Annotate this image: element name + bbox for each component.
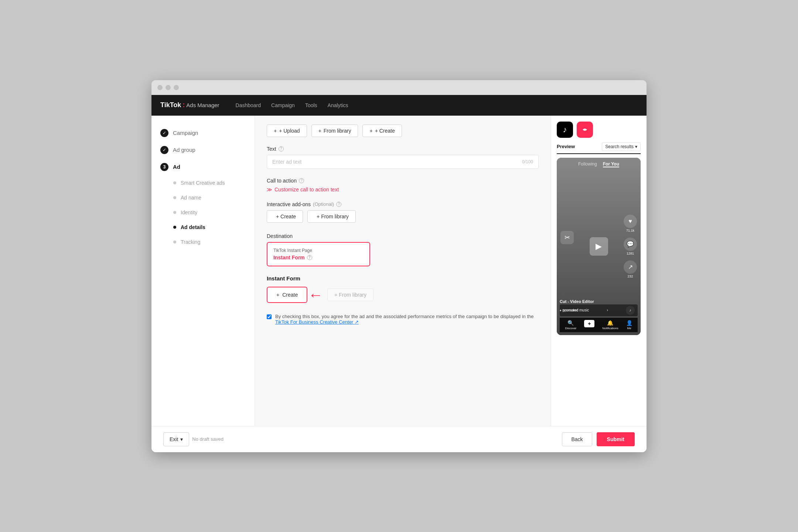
soundon-app-icon[interactable] <box>577 122 593 138</box>
exit-button[interactable]: Exit ▾ <box>163 432 189 446</box>
text-placeholder: Enter ad text <box>272 159 301 165</box>
destination-box-sub: Instant Form ? <box>273 255 364 260</box>
interactive-label: Interactive add-ons (Optional) ? <box>267 201 539 207</box>
plus-icon: + <box>584 320 594 327</box>
cta-section: Call to action ? ≫ Customize call to act… <box>267 178 539 192</box>
interactive-create-button[interactable]: + Create <box>267 210 303 223</box>
identity-dot <box>173 211 176 214</box>
customize-cta-link[interactable]: ≫ Customize call to action text <box>267 187 539 192</box>
phone-nav-discover: 🔍 Discover <box>565 320 576 330</box>
comment-count: 1281 <box>627 252 634 255</box>
music-disc-icon: ♪ <box>626 306 635 315</box>
notifications-label: Notifications <box>602 327 618 330</box>
sponsored-tag: ♦ Sponsored <box>560 308 579 312</box>
sidebar-item-identity[interactable]: Identity <box>151 205 255 220</box>
phone-bottom: ♦ Sponsored Cut - Video Editor promoted … <box>557 296 641 335</box>
logo-tiktok: TikTok <box>160 101 181 109</box>
upload-button[interactable]: + + Upload <box>267 125 307 137</box>
creative-center-link[interactable]: TikTok For Business Creative Center ↗ <box>275 319 359 325</box>
nav-dashboard[interactable]: Dashboard <box>236 102 261 108</box>
sidebar-item-ad[interactable]: 3 Ad <box>151 158 255 175</box>
instant-create-icon: + <box>276 292 279 298</box>
interactive-info-icon[interactable]: ? <box>336 202 341 207</box>
sidebar-label-identity: Identity <box>181 209 197 215</box>
from-library-icon-top: + <box>318 128 321 134</box>
me-icon: 👤 <box>626 320 632 326</box>
preview-tab-label[interactable]: Preview <box>557 144 575 149</box>
instant-create-label: Create <box>282 292 298 298</box>
back-button[interactable]: Back <box>562 432 592 446</box>
create-label-top: + Create <box>375 128 395 134</box>
nav-campaign[interactable]: Campaign <box>271 102 295 108</box>
agreement-checkbox[interactable] <box>267 314 272 319</box>
instant-form-info-icon[interactable]: ? <box>307 255 312 260</box>
titlebar-minimize <box>166 85 171 90</box>
sidebar-item-campaign[interactable]: ✓ Campaign <box>151 125 255 141</box>
navbar: TikTok : Ads Manager Dashboard Campaign … <box>151 95 647 116</box>
instant-library-label: + From library <box>334 292 366 298</box>
text-info-icon[interactable]: ? <box>279 146 284 151</box>
interactive-create-label: + Create <box>276 214 296 219</box>
titlebar-close <box>157 85 163 90</box>
sidebar-label-ad-name: Ad name <box>181 195 201 201</box>
sidebar-item-tracking[interactable]: Tracking <box>151 235 255 249</box>
cta-label: Call to action ? <box>267 178 539 184</box>
instant-form-title: Instant Form <box>267 275 539 282</box>
phone-play-icon: ▶ <box>590 237 608 256</box>
comment-icon: 💬 <box>624 238 637 251</box>
phone-tab-foryou[interactable]: For You <box>603 161 619 167</box>
instant-form-buttons-row: + Create ← + From library <box>267 287 539 303</box>
me-label: Me <box>627 327 631 330</box>
interactive-buttons-row: + Create + From library <box>267 210 539 223</box>
notifications-icon: 🔔 <box>607 320 613 326</box>
instant-form-library-button[interactable]: + From library <box>327 289 374 301</box>
titlebar-maximize <box>174 85 179 90</box>
sidebar-item-ad-details[interactable]: Ad details <box>151 220 255 235</box>
titlebar <box>151 80 647 95</box>
interactive-library-button[interactable]: + From library <box>307 210 356 223</box>
instant-form-label: Instant Form <box>273 255 305 260</box>
sidebar: ✓ Campaign ✓ Ad group 3 Ad Smart Creativ… <box>151 116 255 426</box>
search-results-dropdown[interactable]: Search results ▾ <box>602 142 641 151</box>
discover-icon: 🔍 <box>567 320 574 326</box>
sidebar-label-campaign: Campaign <box>173 130 198 136</box>
draft-status: No draft saved <box>192 436 224 442</box>
submit-label: Submit <box>607 436 624 442</box>
nav-analytics[interactable]: Analytics <box>328 102 348 108</box>
create-icon-top: + <box>369 128 372 134</box>
destination-box-title: TikTok Instant Page <box>273 248 364 253</box>
logo-colon: : <box>183 101 185 109</box>
preview-apps: ♪ <box>557 122 641 138</box>
sidebar-label-ad: Ad <box>173 164 180 170</box>
tiktok-app-icon[interactable]: ♪ <box>557 122 573 138</box>
main-layout: ✓ Campaign ✓ Ad group 3 Ad Smart Creativ… <box>151 116 647 426</box>
cta-link-text: Customize call to action text <box>274 187 339 192</box>
instant-form-create-button[interactable]: + Create <box>267 287 307 303</box>
search-results-label: Search results <box>605 144 634 149</box>
nav-tools[interactable]: Tools <box>305 102 317 108</box>
phone-action-share: ↗ 232 <box>624 260 637 278</box>
share-count: 232 <box>627 274 633 278</box>
sidebar-item-ad-name[interactable]: Ad name <box>151 190 255 205</box>
media-buttons-row: + + Upload + From library + + Create <box>267 125 539 137</box>
text-input-field[interactable]: Enter ad text 0/100 <box>267 155 539 169</box>
music-arrow: › <box>607 308 608 312</box>
phone-tab-following[interactable]: Following <box>578 161 597 167</box>
like-icon: ♥ <box>624 215 637 228</box>
sidebar-item-adgroup[interactable]: ✓ Ad group <box>151 141 255 158</box>
interactive-addons-section: Interactive add-ons (Optional) ? + Creat… <box>267 201 539 223</box>
destination-box[interactable]: TikTok Instant Page Instant Form ? <box>267 242 370 266</box>
phone-action-like: ♥ 71.1k <box>624 215 637 232</box>
from-library-button-top[interactable]: + From library <box>311 125 358 137</box>
ad-num-icon: 3 <box>160 163 168 171</box>
app-window: TikTok : Ads Manager Dashboard Campaign … <box>151 80 647 452</box>
submit-button[interactable]: Submit <box>597 432 635 446</box>
cta-info-icon[interactable]: ? <box>299 178 304 183</box>
phone-nav-me: 👤 Me <box>626 320 632 330</box>
create-button-top[interactable]: + + Create <box>362 125 402 137</box>
chevron-icon: ≫ <box>267 187 272 192</box>
arrow-annotation: ← <box>308 287 323 303</box>
sidebar-item-smart-creative[interactable]: Smart Creative ads <box>151 175 255 190</box>
optional-tag: (Optional) <box>313 201 334 207</box>
destination-label: Destination <box>267 233 539 239</box>
